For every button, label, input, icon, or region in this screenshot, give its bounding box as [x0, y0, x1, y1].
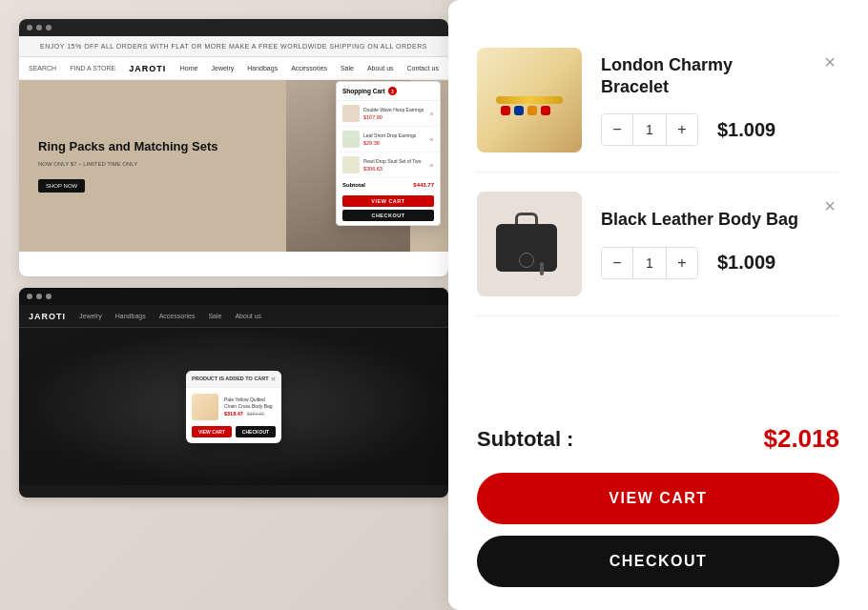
bracelet-qty-value: 1	[632, 114, 667, 145]
mini-cart-overlay: Shopping Cart 3 Double Wave Hoop Earring…	[336, 81, 441, 226]
search-label: SEARCH	[29, 65, 56, 71]
mini-cart-item-2: Leaf Short Drop Earrings $29.38 ×	[337, 127, 440, 152]
bracelet-image	[477, 48, 582, 152]
checkout-button[interactable]: CHECKOUT	[477, 536, 839, 587]
hero-title: Ring Packs and Matching Sets	[38, 139, 218, 155]
bottom-logo: JAROTI	[29, 312, 66, 321]
bag-tassel	[540, 262, 544, 275]
cart-actions: VIEW CART CHECKOUT	[448, 473, 868, 610]
cart-item-bag: Black Leather Body Bag − 1 + $1.009 ×	[477, 173, 839, 316]
bottom-dot-2	[36, 294, 42, 299]
shop-now-button[interactable]: SHOP NOW	[38, 179, 85, 193]
announcement-bar: ENJOY 15% OFF ALL ORDERS WITH FLAT OR MO…	[19, 36, 448, 57]
bottom-nav-handbags: Handbags	[115, 313, 146, 319]
bag-logo	[519, 253, 534, 268]
bracelet-chain	[496, 96, 563, 104]
hero-subtitle: NOW ONLY $7 – LIMITED TIME ONLY	[38, 161, 218, 167]
charm-2	[514, 106, 524, 115]
bag-qty-value: 1	[632, 248, 667, 278]
bracelet-qty-decrease[interactable]: −	[602, 114, 632, 145]
mini-cart-item-1: Double Wave Hoop Earrings $107.90 ×	[337, 101, 440, 127]
bag-price: $1.009	[717, 252, 775, 274]
popup-product-info: Pale Yellow Quilted Chain Cross Body Bag…	[224, 396, 276, 417]
bottom-nav-sale: Sale	[208, 313, 221, 319]
bag-remove-button[interactable]: ×	[820, 192, 839, 221]
bag-image	[477, 192, 582, 296]
mini-cart-item-3: Pearl Drop Stud Set of Two $306.63 ×	[337, 152, 440, 178]
charm-3	[527, 106, 537, 115]
bracelet-price: $1.009	[717, 119, 775, 141]
cart-item-bracelet: London Charmy Bracelet − 1 + $1.009 ×	[477, 29, 839, 173]
mini-subtotal: Subtotal $443.77	[337, 178, 440, 192]
browser-dot-3	[46, 25, 52, 30]
bag-qty-decrease[interactable]: −	[602, 248, 632, 278]
bottom-nav-about: About us	[235, 313, 261, 319]
bag-qty-increase[interactable]: +	[667, 248, 697, 278]
bottom-dot-3	[46, 294, 52, 299]
mini-item-info-1: Double Wave Hoop Earrings $107.90	[363, 107, 425, 120]
bracelet-name: London Charmy Bracelet	[601, 54, 801, 99]
mini-remove-3[interactable]: ×	[429, 161, 434, 170]
mini-checkout-button[interactable]: CHECKOUT	[342, 210, 434, 221]
bracelet-qty-increase[interactable]: +	[667, 114, 697, 145]
bag-name: Black Leather Body Bag	[601, 209, 801, 231]
mini-item-info-2: Leaf Short Drop Earrings $29.38	[363, 132, 425, 146]
cart-scroll-area: London Charmy Bracelet − 1 + $1.009 ×	[448, 0, 868, 405]
bag-visual	[477, 192, 582, 296]
mini-cart-buttons: VIEW CART CHECKOUT	[337, 192, 440, 225]
bottom-nav-accessories: Accessories	[159, 313, 196, 319]
hero-text: Ring Packs and Matching Sets NOW ONLY $7…	[19, 120, 238, 212]
bottom-browser-chrome	[19, 288, 448, 305]
nav-contact: Contact us	[407, 65, 439, 71]
bottom-screenshot: JAROTI Jewelry Handbags Accessories Sale…	[19, 288, 448, 498]
bracelet-remove-button[interactable]: ×	[820, 48, 839, 77]
popup-original-price: $394.00	[247, 411, 264, 417]
bracelet-visual	[477, 48, 582, 152]
bracelet-qty-price: − 1 + $1.009	[601, 113, 801, 146]
bag-qty-control: − 1 +	[601, 247, 698, 279]
top-screenshot: ENJOY 15% OFF ALL ORDERS WITH FLAT OR MO…	[19, 19, 448, 276]
find-store-label: FIND A STORE	[70, 65, 115, 71]
popup-close-icon[interactable]: ×	[271, 375, 276, 383]
bottom-nav-jewelry: Jewelry	[79, 313, 102, 319]
popup-thumb-visual	[192, 394, 218, 420]
nav-jewelry: Jewelry	[211, 65, 234, 71]
bottom-hero: PRODUCT IS ADDED TO CART × Pale Yellow Q…	[19, 328, 448, 485]
browser-dot-2	[36, 25, 42, 30]
popup-checkout-button[interactable]: CHECKOUT	[236, 426, 276, 437]
nav-handbags: Handbags	[247, 65, 278, 71]
nav-about: About us	[367, 65, 394, 71]
subtotal-label: Subtotal :	[477, 427, 573, 452]
cart-badge: 3	[388, 87, 397, 95]
bag-details: Black Leather Body Bag − 1 + $1.009	[601, 209, 801, 278]
browser-dot-1	[27, 25, 32, 30]
mini-item-info-3: Pearl Drop Stud Set of Two $306.63	[363, 158, 425, 172]
popup-buttons: VIEW CART CHECKOUT	[186, 426, 281, 443]
site-nav: SEARCH FIND A STORE JAROTI Home Jewelry …	[19, 57, 448, 80]
browser-chrome	[19, 19, 448, 36]
bag-body	[496, 224, 557, 272]
bracelet-graphic	[491, 71, 568, 129]
popup-product-image	[192, 394, 218, 420]
subtotal-value: $2.018	[763, 424, 839, 454]
bracelet-details: London Charmy Bracelet − 1 + $1.009	[601, 54, 801, 147]
mini-remove-1[interactable]: ×	[429, 110, 434, 118]
added-to-cart-popup: PRODUCT IS ADDED TO CART × Pale Yellow Q…	[186, 371, 281, 443]
bag-graphic	[496, 211, 563, 277]
left-panel: ENJOY 15% OFF ALL ORDERS WITH FLAT OR MO…	[0, 0, 467, 610]
charm-4	[541, 106, 550, 115]
bag-strap	[515, 213, 538, 224]
popup-view-cart-button[interactable]: VIEW CART	[192, 426, 232, 437]
bottom-nav: JAROTI Jewelry Handbags Accessories Sale…	[19, 305, 448, 328]
cart-panel: London Charmy Bracelet − 1 + $1.009 ×	[448, 0, 868, 610]
bottom-dot-1	[27, 294, 32, 299]
site-logo: JAROTI	[129, 64, 166, 73]
mini-remove-2[interactable]: ×	[429, 135, 434, 144]
nav-home: Home	[180, 65, 198, 71]
popup-header: PRODUCT IS ADDED TO CART ×	[186, 371, 281, 388]
view-cart-button[interactable]: VIEW CART	[477, 473, 839, 524]
mini-view-cart-button[interactable]: VIEW CART	[342, 195, 434, 207]
mini-item-thumb-2	[342, 131, 360, 148]
mini-item-thumb-1	[342, 105, 360, 122]
popup-content: Pale Yellow Quilted Chain Cross Body Bag…	[186, 388, 281, 426]
